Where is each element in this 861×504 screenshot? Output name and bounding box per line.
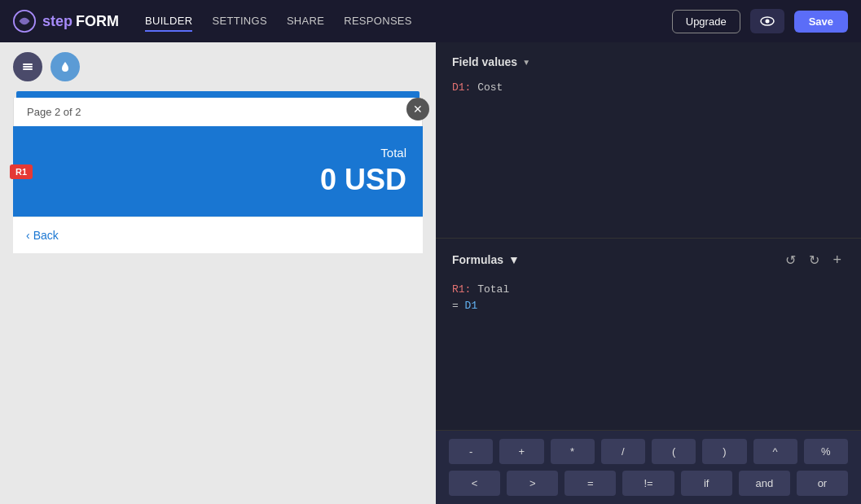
upgrade-button[interactable]: Upgrade (672, 10, 740, 33)
key-eq[interactable]: = (564, 471, 616, 496)
total-value: 0 USD (320, 163, 406, 197)
nav-share[interactable]: SHARE (287, 11, 324, 32)
form-area: Page 2 of 2 R1 Total 0 USD ‹ Back (0, 91, 436, 253)
field-key: D1: (452, 81, 471, 94)
left-panel: ✕ Page 2 of 2 R1 Total 0 USD ‹ Back (0, 42, 436, 504)
redo-button[interactable]: ↻ (806, 251, 823, 270)
drop-icon (58, 59, 72, 74)
field-val: Cost (477, 81, 503, 94)
formulas-header-left[interactable]: Formulas ▼ (452, 253, 520, 266)
key-percent[interactable]: % (804, 439, 848, 464)
key-open-paren[interactable]: ( (652, 439, 696, 464)
header-right: Upgrade Save (672, 9, 848, 33)
key-or[interactable]: or (797, 471, 848, 496)
key-divide[interactable]: / (601, 439, 645, 464)
key-minus[interactable]: - (449, 439, 493, 464)
svg-rect-5 (23, 68, 33, 70)
back-row: ‹ Back (13, 217, 423, 253)
key-neq[interactable]: != (622, 471, 674, 496)
formula-code: R1: Total = D1 (452, 282, 845, 316)
formulas-actions: ↺ ↻ + (782, 250, 845, 270)
eye-icon (760, 14, 775, 28)
field-values-section: Field values ▼ D1: Cost (436, 42, 861, 239)
svg-rect-4 (23, 66, 33, 68)
svg-point-2 (765, 20, 769, 24)
right-panel: Field values ▼ D1: Cost Formulas ▼ ↺ ↻ + (436, 42, 861, 504)
logo-step-text: step (42, 13, 72, 30)
page-indicator-bar (16, 91, 420, 98)
formulas-title: Formulas (452, 253, 503, 266)
key-gt[interactable]: > (507, 471, 558, 496)
nav-settings[interactable]: SETTINGS (212, 11, 266, 32)
add-formula-button[interactable]: + (829, 250, 845, 270)
preview-button[interactable] (750, 9, 784, 33)
toolbar (0, 42, 436, 91)
formula-line-1: R1: Total (452, 282, 845, 299)
formula-line-2: = D1 (452, 298, 845, 315)
field-values-title: Field values (452, 55, 517, 68)
key-close-paren[interactable]: ) (702, 439, 746, 464)
key-multiply[interactable]: * (551, 439, 595, 464)
logo-icon (13, 10, 36, 33)
chevron-left-icon: ‹ (26, 229, 30, 242)
main-content: ✕ Page 2 of 2 R1 Total 0 USD ‹ Back Fiel… (0, 42, 861, 504)
keyboard-section: - + * / ( ) ^ % < > = != if and or (436, 431, 861, 504)
header: stepFORM BUILDER SETTINGS SHARE RESPONSE… (0, 0, 861, 42)
key-and[interactable]: and (739, 471, 790, 496)
close-button[interactable]: ✕ (406, 98, 429, 121)
chevron-down-icon: ▼ (522, 58, 530, 67)
logo: stepFORM (13, 10, 119, 33)
save-button[interactable]: Save (794, 11, 848, 33)
key-if[interactable]: if (681, 471, 732, 496)
undo-button[interactable]: ↺ (782, 251, 799, 270)
total-card: R1 Total 0 USD (13, 126, 423, 217)
layers-button[interactable] (13, 52, 42, 81)
nav-builder[interactable]: BUILDER (145, 11, 192, 32)
field-item: D1: Cost (452, 80, 845, 95)
chevron-down-icon-2: ▼ (508, 253, 520, 266)
formulas-header: Formulas ▼ ↺ ↻ + (452, 250, 845, 270)
key-row-1: - + * / ( ) ^ % (449, 439, 848, 464)
key-plus[interactable]: + (499, 439, 543, 464)
page-label: Page 2 of 2 (13, 98, 423, 126)
back-label: Back (33, 229, 59, 242)
field-values-header[interactable]: Field values ▼ (452, 55, 845, 68)
logo-form-text: FORM (76, 13, 119, 30)
formula-total-label: Total (477, 283, 509, 296)
key-lt[interactable]: < (449, 471, 500, 496)
key-caret[interactable]: ^ (753, 439, 797, 464)
key-row-2: < > = != if and or (449, 471, 848, 496)
formulas-section: Formulas ▼ ↺ ↻ + R1: Total = D1 (436, 239, 861, 432)
nav-responses[interactable]: RESPONSES (344, 11, 412, 32)
total-label: Total (380, 146, 406, 160)
formula-d1-ref: D1 (465, 300, 478, 312)
main-nav: BUILDER SETTINGS SHARE RESPONSES (145, 11, 646, 32)
formula-eq: = (452, 300, 465, 312)
back-button[interactable]: ‹ Back (26, 229, 59, 242)
formula-r1-ref: R1: (452, 283, 471, 296)
r1-badge: R1 (10, 164, 33, 179)
svg-rect-3 (23, 64, 33, 65)
layers-icon (20, 59, 35, 74)
drop-button[interactable] (51, 52, 80, 81)
